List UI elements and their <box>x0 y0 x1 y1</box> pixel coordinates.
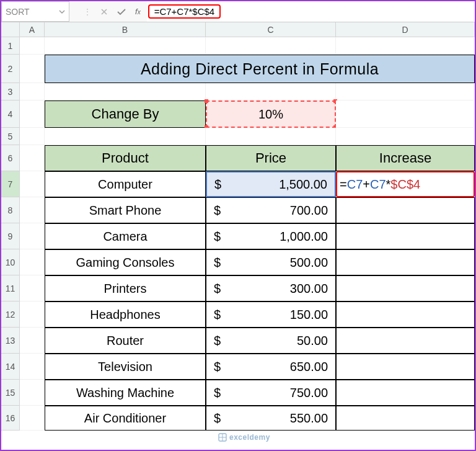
name-box-dropdown-icon[interactable] <box>59 9 65 15</box>
row-header-14[interactable]: 14 <box>1 354 20 380</box>
product-cell[interactable]: Washing Machine <box>45 380 206 406</box>
increase-cell[interactable] <box>336 301 475 328</box>
cell-A10[interactable] <box>20 249 45 275</box>
cell-A11[interactable] <box>20 275 45 301</box>
cell-D4[interactable] <box>336 100 475 128</box>
cell-A3[interactable] <box>20 83 45 100</box>
price-cell[interactable]: $750.00 <box>206 380 336 406</box>
product-cell[interactable]: Smart Phone <box>45 197 206 223</box>
row-header-4[interactable]: 4 <box>1 100 20 128</box>
cell-B5[interactable] <box>45 128 206 145</box>
change-by-label: Change By <box>92 106 159 122</box>
currency-symbol: $ <box>214 334 226 348</box>
cancel-formula-button[interactable] <box>100 8 108 16</box>
price-header-cell[interactable]: Price <box>206 145 336 171</box>
product-cell[interactable]: Computer <box>45 171 206 197</box>
price-cell[interactable]: $650.00 <box>206 354 336 380</box>
price-cell[interactable]: $500.00 <box>206 249 336 275</box>
formula-input[interactable]: =C7+C7*$C$4 <box>147 1 475 22</box>
row-header-16[interactable]: 16 <box>1 406 20 431</box>
row-header-6[interactable]: 6 <box>1 145 20 171</box>
product-cell[interactable]: Headphones <box>45 301 206 328</box>
price-cell[interactable]: $300.00 <box>206 275 336 301</box>
row-header-2[interactable]: 2 <box>1 55 20 83</box>
cell-B3[interactable] <box>45 83 206 100</box>
row-header-11[interactable]: 11 <box>1 275 20 301</box>
price-cell-selected[interactable]: $ 1,500.00 <box>206 171 336 197</box>
cell-A2[interactable] <box>20 55 45 83</box>
formula-eq: = <box>340 177 347 192</box>
currency-symbol: $ <box>214 230 226 244</box>
cell-B1[interactable] <box>45 37 206 55</box>
name-box[interactable]: SORT <box>1 1 69 22</box>
cell-A12[interactable] <box>20 301 45 328</box>
cell-A1[interactable] <box>20 37 45 55</box>
formula-bar-buttons: ⋮ fx <box>77 1 147 22</box>
cell-D3[interactable] <box>336 83 475 100</box>
select-all-corner[interactable] <box>1 22 20 37</box>
increase-cell[interactable] <box>336 249 475 275</box>
product-cell[interactable]: Camera <box>45 223 206 249</box>
price-cell[interactable]: $50.00 <box>206 328 336 354</box>
cell-C3[interactable] <box>206 83 336 100</box>
product-cell[interactable]: Television <box>45 354 206 380</box>
increase-cell[interactable] <box>336 275 475 301</box>
fx-icon[interactable]: fx <box>135 7 141 16</box>
price-value: 550.00 <box>226 411 328 426</box>
formula-ref: C7 <box>370 177 386 192</box>
col-header-A[interactable]: A <box>20 22 45 37</box>
col-header-C[interactable]: C <box>206 22 336 37</box>
change-by-label-cell[interactable]: Change By <box>45 100 206 128</box>
product-cell[interactable]: Router <box>45 328 206 354</box>
price-cell[interactable]: $150.00 <box>206 301 336 328</box>
row-header-13[interactable]: 13 <box>1 328 20 354</box>
row-header-7[interactable]: 7 <box>1 171 20 197</box>
row-header-15[interactable]: 15 <box>1 380 20 406</box>
row-header-8[interactable]: 8 <box>1 197 20 223</box>
product-cell[interactable]: Gaming Consoles <box>45 249 206 275</box>
increase-cell[interactable] <box>336 223 475 249</box>
price-cell[interactable]: $550.00 <box>206 406 336 431</box>
col-header-B[interactable]: B <box>45 22 206 37</box>
increase-cell[interactable] <box>336 328 475 354</box>
increase-cell[interactable] <box>336 406 475 431</box>
spreadsheet-grid[interactable]: A B C D 1 2 Adding Direct Percent in For… <box>1 22 475 431</box>
row-header-10[interactable]: 10 <box>1 249 20 275</box>
formula-star: * <box>386 177 391 192</box>
title-cell[interactable]: Adding Direct Percent in Formula <box>45 55 475 83</box>
cell-A6[interactable] <box>20 145 45 171</box>
cell-A8[interactable] <box>20 197 45 223</box>
cell-A16[interactable] <box>20 406 45 431</box>
cell-A5[interactable] <box>20 128 45 145</box>
cell-A9[interactable] <box>20 223 45 249</box>
accept-formula-button[interactable] <box>117 8 126 16</box>
increase-cell[interactable] <box>336 380 475 406</box>
cell-C1[interactable] <box>206 37 336 55</box>
row-header-1[interactable]: 1 <box>1 37 20 55</box>
cell-D1[interactable] <box>336 37 475 55</box>
cell-C5[interactable] <box>206 128 336 145</box>
cell-A4[interactable] <box>20 100 45 128</box>
price-header: Price <box>255 150 286 166</box>
title-text: Adding Direct Percent in Formula <box>141 60 379 78</box>
cell-D5[interactable] <box>336 128 475 145</box>
product-cell[interactable]: Printers <box>45 275 206 301</box>
cell-A15[interactable] <box>20 380 45 406</box>
product-cell[interactable]: Air Conditioner <box>45 406 206 431</box>
row-header-9[interactable]: 9 <box>1 223 20 249</box>
cell-A7[interactable] <box>20 171 45 197</box>
change-by-value-cell[interactable]: 10% <box>206 100 336 128</box>
col-header-D[interactable]: D <box>336 22 475 37</box>
increase-header-cell[interactable]: Increase <box>336 145 475 171</box>
row-header-12[interactable]: 12 <box>1 301 20 328</box>
increase-cell[interactable] <box>336 354 475 380</box>
cell-A13[interactable] <box>20 328 45 354</box>
increase-cell[interactable] <box>336 197 475 223</box>
row-header-5[interactable]: 5 <box>1 128 20 145</box>
price-cell[interactable]: $700.00 <box>206 197 336 223</box>
product-header-cell[interactable]: Product <box>45 145 206 171</box>
row-header-3[interactable]: 3 <box>1 83 20 100</box>
cell-A14[interactable] <box>20 354 45 380</box>
increase-cell-editing[interactable]: =C7+C7*$C$4 <box>336 171 475 197</box>
price-cell[interactable]: $1,000.00 <box>206 223 336 249</box>
